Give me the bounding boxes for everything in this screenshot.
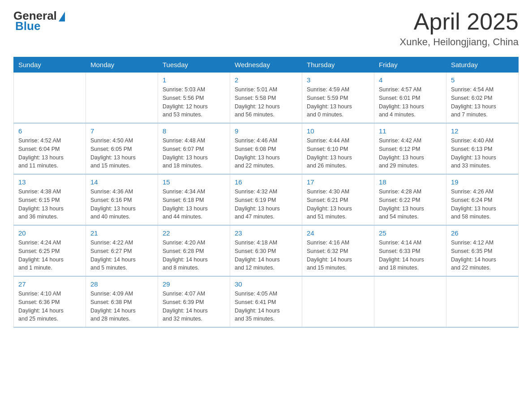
day-number: 13 [18,178,81,186]
day-info: Sunrise: 4:16 AM Sunset: 6:32 PM Dayligh… [307,239,369,272]
weekday-header-thursday: Thursday [302,57,374,73]
calendar-cell: 10Sunrise: 4:44 AM Sunset: 6:10 PM Dayli… [302,123,374,174]
calendar-cell [86,73,158,124]
day-info: Sunrise: 4:14 AM Sunset: 6:33 PM Dayligh… [379,239,442,272]
calendar-cell: 23Sunrise: 4:18 AM Sunset: 6:30 PM Dayli… [230,225,302,276]
calendar-cell: 14Sunrise: 4:36 AM Sunset: 6:16 PM Dayli… [86,174,158,225]
day-number: 9 [235,127,297,135]
day-info: Sunrise: 4:07 AM Sunset: 6:39 PM Dayligh… [163,290,225,323]
calendar-cell: 21Sunrise: 4:22 AM Sunset: 6:27 PM Dayli… [86,225,158,276]
day-number: 3 [307,76,369,84]
calendar-cell: 6Sunrise: 4:52 AM Sunset: 6:04 PM Daylig… [14,123,86,174]
day-info: Sunrise: 4:22 AM Sunset: 6:27 PM Dayligh… [90,239,153,272]
day-number: 17 [307,178,369,186]
calendar-cell: 5Sunrise: 4:54 AM Sunset: 6:02 PM Daylig… [446,73,519,124]
day-number: 30 [235,280,297,288]
calendar-cell: 17Sunrise: 4:30 AM Sunset: 6:21 PM Dayli… [302,174,374,225]
calendar-cell: 16Sunrise: 4:32 AM Sunset: 6:19 PM Dayli… [230,174,302,225]
logo-blue-text: Blue [15,19,40,33]
calendar-cell: 13Sunrise: 4:38 AM Sunset: 6:15 PM Dayli… [14,174,86,225]
weekday-header-tuesday: Tuesday [158,57,230,73]
calendar-header-row: SundayMondayTuesdayWednesdayThursdayFrid… [14,57,519,73]
weekday-header-monday: Monday [86,57,158,73]
day-number: 23 [235,229,297,237]
day-number: 16 [235,178,297,186]
day-info: Sunrise: 4:20 AM Sunset: 6:28 PM Dayligh… [163,239,225,272]
calendar-cell: 24Sunrise: 4:16 AM Sunset: 6:32 PM Dayli… [302,225,374,276]
day-number: 22 [163,229,225,237]
day-info: Sunrise: 4:32 AM Sunset: 6:19 PM Dayligh… [235,188,297,221]
calendar-cell [446,276,519,327]
calendar-cell: 1Sunrise: 5:03 AM Sunset: 5:56 PM Daylig… [158,73,230,124]
calendar-cell [14,73,86,124]
day-info: Sunrise: 4:57 AM Sunset: 6:01 PM Dayligh… [379,86,442,119]
day-info: Sunrise: 4:18 AM Sunset: 6:30 PM Dayligh… [235,239,297,272]
weekday-header-saturday: Saturday [446,57,519,73]
calendar-week-row: 20Sunrise: 4:24 AM Sunset: 6:25 PM Dayli… [14,225,519,276]
day-number: 19 [451,178,514,186]
day-number: 20 [18,229,81,237]
day-info: Sunrise: 4:54 AM Sunset: 6:02 PM Dayligh… [451,86,514,119]
day-info: Sunrise: 4:34 AM Sunset: 6:18 PM Dayligh… [163,188,225,221]
logo: General Blue [13,9,65,33]
day-number: 18 [379,178,442,186]
day-info: Sunrise: 5:03 AM Sunset: 5:56 PM Dayligh… [163,86,225,119]
calendar-cell: 7Sunrise: 4:50 AM Sunset: 6:05 PM Daylig… [86,123,158,174]
calendar-cell [302,276,374,327]
day-info: Sunrise: 4:26 AM Sunset: 6:24 PM Dayligh… [451,188,514,221]
calendar-week-row: 27Sunrise: 4:10 AM Sunset: 6:36 PM Dayli… [14,276,519,327]
calendar-cell: 12Sunrise: 4:40 AM Sunset: 6:13 PM Dayli… [446,123,519,174]
month-title: April 2025 [400,9,519,34]
day-info: Sunrise: 4:52 AM Sunset: 6:04 PM Dayligh… [18,137,81,170]
day-number: 14 [90,178,153,186]
title-section: April 2025 Xunke, Heilongjiang, China [400,9,519,48]
calendar-table: SundayMondayTuesdayWednesdayThursdayFrid… [13,57,519,328]
calendar-cell: 25Sunrise: 4:14 AM Sunset: 6:33 PM Dayli… [374,225,446,276]
calendar-cell: 4Sunrise: 4:57 AM Sunset: 6:01 PM Daylig… [374,73,446,124]
day-info: Sunrise: 4:50 AM Sunset: 6:05 PM Dayligh… [90,137,153,170]
calendar-cell: 9Sunrise: 4:46 AM Sunset: 6:08 PM Daylig… [230,123,302,174]
calendar-week-row: 13Sunrise: 4:38 AM Sunset: 6:15 PM Dayli… [14,174,519,225]
day-number: 12 [451,127,514,135]
calendar-cell: 20Sunrise: 4:24 AM Sunset: 6:25 PM Dayli… [14,225,86,276]
calendar-week-row: 1Sunrise: 5:03 AM Sunset: 5:56 PM Daylig… [14,73,519,124]
calendar-cell: 29Sunrise: 4:07 AM Sunset: 6:39 PM Dayli… [158,276,230,327]
calendar-cell: 15Sunrise: 4:34 AM Sunset: 6:18 PM Dayli… [158,174,230,225]
weekday-header-friday: Friday [374,57,446,73]
day-info: Sunrise: 4:44 AM Sunset: 6:10 PM Dayligh… [307,137,369,170]
day-number: 4 [379,76,442,84]
day-info: Sunrise: 4:48 AM Sunset: 6:07 PM Dayligh… [163,137,225,170]
calendar-cell: 18Sunrise: 4:28 AM Sunset: 6:22 PM Dayli… [374,174,446,225]
day-number: 21 [90,229,153,237]
logo-triangle-icon [59,12,65,21]
day-info: Sunrise: 4:09 AM Sunset: 6:38 PM Dayligh… [90,290,153,323]
calendar-cell: 3Sunrise: 4:59 AM Sunset: 5:59 PM Daylig… [302,73,374,124]
weekday-header-wednesday: Wednesday [230,57,302,73]
day-number: 10 [307,127,369,135]
page-header: General Blue April 2025 Xunke, Heilongji… [13,9,519,48]
day-number: 2 [235,76,297,84]
day-info: Sunrise: 4:10 AM Sunset: 6:36 PM Dayligh… [18,290,81,323]
day-info: Sunrise: 4:40 AM Sunset: 6:13 PM Dayligh… [451,137,514,170]
day-number: 24 [307,229,369,237]
calendar-cell: 27Sunrise: 4:10 AM Sunset: 6:36 PM Dayli… [14,276,86,327]
day-info: Sunrise: 4:30 AM Sunset: 6:21 PM Dayligh… [307,188,369,221]
calendar-cell: 22Sunrise: 4:20 AM Sunset: 6:28 PM Dayli… [158,225,230,276]
day-info: Sunrise: 4:46 AM Sunset: 6:08 PM Dayligh… [235,137,297,170]
calendar-cell: 19Sunrise: 4:26 AM Sunset: 6:24 PM Dayli… [446,174,519,225]
day-info: Sunrise: 4:38 AM Sunset: 6:15 PM Dayligh… [18,188,81,221]
day-number: 25 [379,229,442,237]
day-info: Sunrise: 4:12 AM Sunset: 6:35 PM Dayligh… [451,239,514,272]
day-info: Sunrise: 5:01 AM Sunset: 5:58 PM Dayligh… [235,86,297,119]
weekday-header-sunday: Sunday [14,57,86,73]
day-number: 28 [90,280,153,288]
day-info: Sunrise: 4:36 AM Sunset: 6:16 PM Dayligh… [90,188,153,221]
calendar-cell [374,276,446,327]
day-number: 5 [451,76,514,84]
day-info: Sunrise: 4:05 AM Sunset: 6:41 PM Dayligh… [235,290,297,323]
day-info: Sunrise: 4:42 AM Sunset: 6:12 PM Dayligh… [379,137,442,170]
day-number: 26 [451,229,514,237]
day-number: 1 [163,76,225,84]
calendar-cell: 28Sunrise: 4:09 AM Sunset: 6:38 PM Dayli… [86,276,158,327]
day-number: 7 [90,127,153,135]
